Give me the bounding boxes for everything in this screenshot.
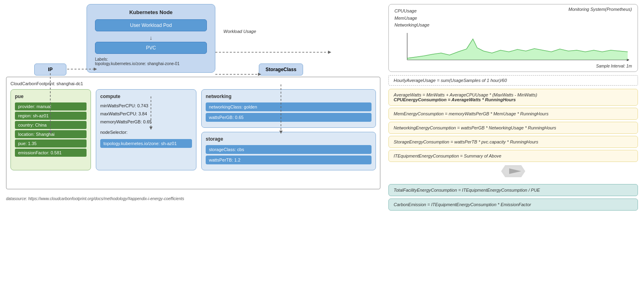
pue-item: provider: manual bbox=[15, 102, 87, 111]
pue-title: pue bbox=[15, 94, 87, 99]
total-facility-text: TotalFacilityEnergyConsumption = ITEquip… bbox=[394, 188, 540, 192]
compute-item: nodeSelector: bbox=[100, 129, 192, 135]
pue-item: pue: 1.35 bbox=[15, 139, 87, 147]
networking-title: networking bbox=[206, 94, 372, 99]
pue-item: region: sh-az01 bbox=[15, 112, 87, 120]
compute-item: minWattsPerCPU: 0.743 bbox=[100, 102, 192, 109]
pue-item: location: Shanghai bbox=[15, 130, 87, 138]
storage-formula-box: StorageEnergyConsumption = wattsPerTB * … bbox=[388, 136, 638, 148]
monitoring-title: Monitoring System(Prometheus) bbox=[568, 7, 632, 12]
networking-formula-box: NetworkingEnergyConsumption = wattsPerGB… bbox=[388, 122, 638, 134]
networking-formula-text: NetworkingEnergyConsumption = wattsPerGB… bbox=[394, 125, 556, 130]
pvc-box: PVC bbox=[95, 42, 207, 54]
hourly-formula-box: HourlyAverageUsage = sum(UsageSamples of… bbox=[388, 75, 638, 86]
compute-title: compute bbox=[100, 94, 192, 99]
pod-pvc-arrow: ↓ bbox=[95, 35, 207, 41]
compute-item: memoryWattsPerGB: 0.65 bbox=[100, 119, 192, 125]
cpu-formula-line1: AverageWatts = MinWatts + AverageCPUUsag… bbox=[394, 92, 633, 97]
carbon-emission-box: CarbonEmission = ITEquipmentEnergyConsum… bbox=[388, 199, 638, 211]
storage-item: storageClass: cbs bbox=[206, 145, 372, 154]
chart-area bbox=[394, 31, 632, 63]
datasource-text: datasource: https://www.cloudcarbonfootp… bbox=[6, 197, 380, 201]
it-formula-box: ITEquipmentEnergyConsumption = Summary o… bbox=[388, 150, 638, 162]
svg-marker-11 bbox=[328, 51, 331, 54]
metric-mem: MemUsage bbox=[394, 15, 632, 22]
k8s-labels: Labels: topology.kubernetes.io/zone: sha… bbox=[95, 57, 207, 66]
prometheus-chart bbox=[394, 31, 632, 63]
cpu-formula-box: AverageWatts = MinWatts + AverageCPUUsag… bbox=[388, 89, 638, 106]
mem-formula-box: MemEnergyConsumption = memoryWattsPerGB … bbox=[388, 108, 638, 120]
k8s-node-box: Kubernetes Node User Workload Pod ↓ PVC … bbox=[87, 4, 215, 73]
big-arrow bbox=[388, 165, 638, 179]
storage-formula-text: StorageEnergyConsumption = wattsPerTB * … bbox=[394, 139, 538, 144]
sample-interval: Sample Interval: 1m bbox=[394, 64, 632, 68]
formula-section: AverageWatts = MinWatts + AverageCPUUsag… bbox=[388, 89, 638, 162]
hourly-formula-text: HourlyAverageUsage = sum(UsageSamples of… bbox=[394, 78, 507, 83]
ccf-outer-box: CloudCarbonFootprint: shanghai-dc1 pue p… bbox=[6, 77, 380, 189]
total-facility-box: TotalFacilityEnergyConsumption = ITEquip… bbox=[388, 184, 638, 196]
cpu-formula-line2: CPUEnergyConsumption = AverageWatts * Ru… bbox=[394, 97, 633, 102]
pue-panel: pue provider: manual region: sh-az01 cou… bbox=[10, 89, 91, 170]
compute-items: minWattsPerCPU: 0.743 maxWattsPerCPU: 3.… bbox=[100, 102, 192, 148]
compute-item: maxWattsPerCPU: 3.84 bbox=[100, 111, 192, 117]
metric-net: NetworkingUsage bbox=[394, 22, 632, 29]
pue-items: provider: manual region: sh-az01 country… bbox=[15, 102, 87, 157]
right-panel: Monitoring System(Prometheus) CPUUsage M… bbox=[388, 4, 638, 299]
net-item: networkingClass: golden bbox=[206, 102, 372, 111]
storage-item: wattsPerTB: 1.2 bbox=[206, 156, 372, 164]
it-formula-text: ITEquipmentEnergyConsumption = Summary o… bbox=[394, 154, 502, 158]
pue-item: country: China bbox=[15, 121, 87, 129]
workload-usage-label: Workload Usage bbox=[223, 29, 256, 34]
ip-box: IP bbox=[34, 63, 66, 76]
pue-item: emissionFactor: 0.581 bbox=[15, 149, 87, 157]
storage-class-box: StorageClass bbox=[259, 63, 303, 76]
net-storage-col: networking networkingClass: golden watts… bbox=[201, 89, 376, 170]
compute-node-selector-value: topology.kubernetes.io/zone: sh-az01 bbox=[100, 139, 192, 148]
mem-formula-text: MemEnergyConsumption = memoryWattsPerGB … bbox=[394, 111, 549, 116]
carbon-emission-text: CarbonEmission = ITEquipmentEnergyConsum… bbox=[394, 202, 531, 207]
storage-title: storage bbox=[206, 136, 372, 142]
bottom-section: TotalFacilityEnergyConsumption = ITEquip… bbox=[388, 184, 638, 211]
net-item: wattsPerGB: 0.65 bbox=[206, 113, 372, 122]
monitoring-box: Monitoring System(Prometheus) CPUUsage M… bbox=[388, 4, 638, 72]
k8s-node-title: Kubernetes Node bbox=[95, 9, 207, 15]
ccf-label: CloudCarbonFootprint: shanghai-dc1 bbox=[10, 81, 376, 86]
networking-panel: networking networkingClass: golden watts… bbox=[201, 89, 376, 128]
compute-panel: compute minWattsPerCPU: 0.743 maxWattsPe… bbox=[96, 89, 196, 170]
storage-panel: storage storageClass: cbs wattsPerTB: 1.… bbox=[201, 132, 376, 170]
pod-box: User Workload Pod bbox=[95, 19, 207, 31]
